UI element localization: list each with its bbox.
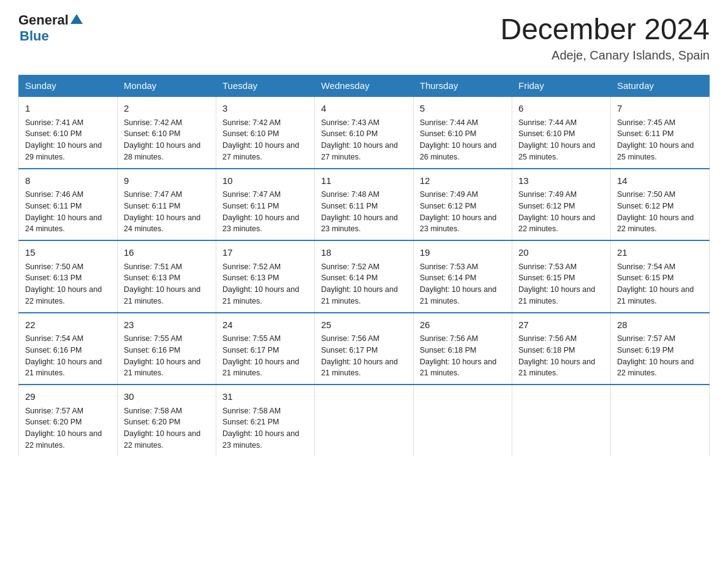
day-number: 6 <box>518 102 604 116</box>
day-number: 20 <box>518 246 604 260</box>
header-monday: Monday <box>118 75 216 97</box>
calendar-header-row: SundayMondayTuesdayWednesdayThursdayFrid… <box>19 75 710 97</box>
day-number: 27 <box>518 318 604 332</box>
calendar-cell: 16Sunrise: 7:51 AMSunset: 6:13 PMDayligh… <box>118 240 216 313</box>
day-info: Sunrise: 7:55 AMSunset: 6:16 PMDaylight:… <box>124 334 200 377</box>
calendar-cell: 18Sunrise: 7:52 AMSunset: 6:14 PMDayligh… <box>315 240 414 313</box>
calendar-cell: 5Sunrise: 7:44 AMSunset: 6:10 PMDaylight… <box>414 96 512 169</box>
day-number: 22 <box>25 318 111 332</box>
day-info: Sunrise: 7:47 AMSunset: 6:11 PMDaylight:… <box>124 190 200 233</box>
day-info: Sunrise: 7:54 AMSunset: 6:16 PMDaylight:… <box>25 334 102 377</box>
day-number: 21 <box>617 246 703 260</box>
calendar-week-row: 22Sunrise: 7:54 AMSunset: 6:16 PMDayligh… <box>19 313 710 385</box>
calendar-cell: 22Sunrise: 7:54 AMSunset: 6:16 PMDayligh… <box>19 313 118 385</box>
day-info: Sunrise: 7:43 AMSunset: 6:10 PMDaylight:… <box>321 118 398 161</box>
calendar-cell: 31Sunrise: 7:58 AMSunset: 6:21 PMDayligh… <box>216 385 315 456</box>
day-number: 17 <box>222 246 308 260</box>
day-info: Sunrise: 7:47 AMSunset: 6:11 PMDaylight:… <box>222 190 299 233</box>
day-number: 12 <box>420 174 506 188</box>
header-friday: Friday <box>512 75 611 97</box>
day-info: Sunrise: 7:48 AMSunset: 6:11 PMDaylight:… <box>321 190 398 233</box>
day-number: 24 <box>222 318 308 332</box>
calendar-cell: 7Sunrise: 7:45 AMSunset: 6:11 PMDaylight… <box>611 96 710 169</box>
day-number: 11 <box>321 174 407 188</box>
calendar-cell: 23Sunrise: 7:55 AMSunset: 6:16 PMDayligh… <box>118 313 216 385</box>
calendar-table: SundayMondayTuesdayWednesdayThursdayFrid… <box>18 75 710 456</box>
calendar-cell: 11Sunrise: 7:48 AMSunset: 6:11 PMDayligh… <box>315 169 414 241</box>
calendar-cell: 17Sunrise: 7:52 AMSunset: 6:13 PMDayligh… <box>216 240 315 313</box>
day-number: 23 <box>124 318 210 332</box>
logo-general: General <box>18 12 69 28</box>
month-title: December 2024 <box>500 12 710 46</box>
calendar-cell: 29Sunrise: 7:57 AMSunset: 6:20 PMDayligh… <box>19 385 118 456</box>
day-info: Sunrise: 7:44 AMSunset: 6:10 PMDaylight:… <box>420 118 496 161</box>
day-info: Sunrise: 7:52 AMSunset: 6:13 PMDaylight:… <box>222 262 299 305</box>
calendar-cell <box>512 385 611 456</box>
logo-triangle-icon <box>70 13 83 25</box>
header-wednesday: Wednesday <box>315 75 414 97</box>
header-saturday: Saturday <box>611 75 710 97</box>
calendar-week-row: 1Sunrise: 7:41 AMSunset: 6:10 PMDaylight… <box>19 96 710 169</box>
day-number: 13 <box>518 174 604 188</box>
calendar-cell <box>414 385 512 456</box>
day-info: Sunrise: 7:56 AMSunset: 6:18 PMDaylight:… <box>518 334 595 377</box>
calendar-week-row: 29Sunrise: 7:57 AMSunset: 6:20 PMDayligh… <box>19 385 710 456</box>
svg-marker-0 <box>70 14 83 24</box>
calendar-cell: 1Sunrise: 7:41 AMSunset: 6:10 PMDaylight… <box>19 96 118 169</box>
day-info: Sunrise: 7:57 AMSunset: 6:20 PMDaylight:… <box>25 407 102 450</box>
calendar-cell: 27Sunrise: 7:56 AMSunset: 6:18 PMDayligh… <box>512 313 611 385</box>
day-info: Sunrise: 7:50 AMSunset: 6:13 PMDaylight:… <box>25 262 102 305</box>
day-info: Sunrise: 7:58 AMSunset: 6:20 PMDaylight:… <box>124 407 200 450</box>
day-info: Sunrise: 7:49 AMSunset: 6:12 PMDaylight:… <box>518 190 595 233</box>
day-info: Sunrise: 7:58 AMSunset: 6:21 PMDaylight:… <box>222 407 299 450</box>
logo: General Blue <box>18 12 83 44</box>
calendar-cell: 9Sunrise: 7:47 AMSunset: 6:11 PMDaylight… <box>118 169 216 241</box>
day-number: 30 <box>124 390 210 404</box>
calendar-cell <box>315 385 414 456</box>
day-info: Sunrise: 7:50 AMSunset: 6:12 PMDaylight:… <box>617 190 694 233</box>
calendar-cell: 10Sunrise: 7:47 AMSunset: 6:11 PMDayligh… <box>216 169 315 241</box>
calendar-cell: 2Sunrise: 7:42 AMSunset: 6:10 PMDaylight… <box>118 96 216 169</box>
day-number: 19 <box>420 246 506 260</box>
day-number: 10 <box>222 174 308 188</box>
day-info: Sunrise: 7:45 AMSunset: 6:11 PMDaylight:… <box>617 118 694 161</box>
day-info: Sunrise: 7:56 AMSunset: 6:17 PMDaylight:… <box>321 334 398 377</box>
calendar-cell: 26Sunrise: 7:56 AMSunset: 6:18 PMDayligh… <box>414 313 512 385</box>
day-number: 16 <box>124 246 210 260</box>
day-number: 2 <box>124 102 210 116</box>
header-tuesday: Tuesday <box>216 75 315 97</box>
day-number: 1 <box>25 102 111 116</box>
day-number: 29 <box>25 390 111 404</box>
day-info: Sunrise: 7:42 AMSunset: 6:10 PMDaylight:… <box>222 118 299 161</box>
calendar-cell: 14Sunrise: 7:50 AMSunset: 6:12 PMDayligh… <box>611 169 710 241</box>
day-number: 3 <box>222 102 308 116</box>
day-info: Sunrise: 7:53 AMSunset: 6:15 PMDaylight:… <box>518 262 595 305</box>
header-thursday: Thursday <box>414 75 512 97</box>
calendar-week-row: 15Sunrise: 7:50 AMSunset: 6:13 PMDayligh… <box>19 240 710 313</box>
day-info: Sunrise: 7:44 AMSunset: 6:10 PMDaylight:… <box>518 118 595 161</box>
calendar-cell: 12Sunrise: 7:49 AMSunset: 6:12 PMDayligh… <box>414 169 512 241</box>
day-info: Sunrise: 7:52 AMSunset: 6:14 PMDaylight:… <box>321 262 398 305</box>
calendar-cell: 4Sunrise: 7:43 AMSunset: 6:10 PMDaylight… <box>315 96 414 169</box>
calendar-cell: 25Sunrise: 7:56 AMSunset: 6:17 PMDayligh… <box>315 313 414 385</box>
header-sunday: Sunday <box>19 75 118 97</box>
calendar-cell: 8Sunrise: 7:46 AMSunset: 6:11 PMDaylight… <box>19 169 118 241</box>
day-info: Sunrise: 7:42 AMSunset: 6:10 PMDaylight:… <box>124 118 200 161</box>
calendar-cell: 30Sunrise: 7:58 AMSunset: 6:20 PMDayligh… <box>118 385 216 456</box>
page-header: General Blue December 2024 Adeje, Canary… <box>18 12 710 63</box>
day-number: 25 <box>321 318 407 332</box>
day-number: 14 <box>617 174 703 188</box>
day-number: 18 <box>321 246 407 260</box>
calendar-cell <box>611 385 710 456</box>
day-info: Sunrise: 7:41 AMSunset: 6:10 PMDaylight:… <box>25 118 102 161</box>
calendar-cell: 24Sunrise: 7:55 AMSunset: 6:17 PMDayligh… <box>216 313 315 385</box>
title-section: December 2024 Adeje, Canary Islands, Spa… <box>500 12 710 63</box>
calendar-week-row: 8Sunrise: 7:46 AMSunset: 6:11 PMDaylight… <box>19 169 710 241</box>
day-number: 9 <box>124 174 210 188</box>
calendar-cell: 21Sunrise: 7:54 AMSunset: 6:15 PMDayligh… <box>611 240 710 313</box>
day-info: Sunrise: 7:56 AMSunset: 6:18 PMDaylight:… <box>420 334 496 377</box>
day-number: 28 <box>617 318 703 332</box>
calendar-cell: 20Sunrise: 7:53 AMSunset: 6:15 PMDayligh… <box>512 240 611 313</box>
day-number: 31 <box>222 390 308 404</box>
day-number: 4 <box>321 102 407 116</box>
